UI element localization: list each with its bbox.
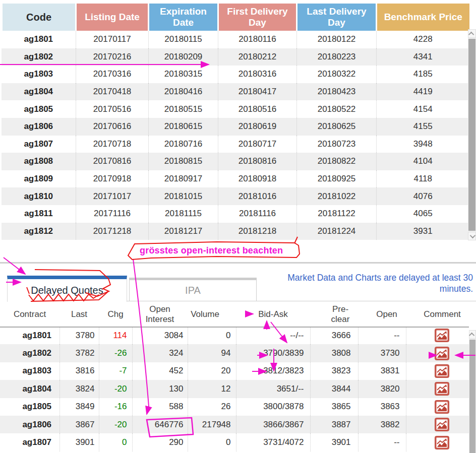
contract-data-cell: 20170516 bbox=[76, 100, 149, 118]
scroll-down-button[interactable] bbox=[468, 232, 476, 240]
box-around-note bbox=[128, 242, 300, 260]
comment-chart-icon[interactable] bbox=[435, 329, 449, 342]
arrow-diagonal-to-tab bbox=[4, 257, 25, 274]
quote-cell-chg: -20 bbox=[99, 416, 132, 433]
contract-data-cell: 20181015 bbox=[149, 187, 218, 205]
contract-code-cell: ag1808 bbox=[2, 153, 76, 170]
contract-row: ag18112017111620181115201811162018112240… bbox=[2, 205, 469, 223]
contract-data-cell: 20180316 bbox=[218, 66, 297, 83]
contract-data-cell: 20180716 bbox=[149, 136, 218, 153]
quote-cell-chg: 0 bbox=[99, 433, 132, 451]
contract-data-cell: 20180115 bbox=[149, 31, 218, 48]
contract-data-cell: 20181022 bbox=[297, 187, 377, 205]
contract-code-cell: ag1801 bbox=[2, 31, 76, 48]
comment-chart-icon[interactable] bbox=[435, 436, 449, 449]
quote-cell-pre-clear: 3808 bbox=[310, 344, 358, 362]
contract-data-cell: 20180122 bbox=[297, 31, 377, 48]
contract-data-cell: 4118 bbox=[377, 170, 469, 188]
contract-data-cell: 3931 bbox=[377, 223, 469, 240]
scrollbar-thumb[interactable] bbox=[469, 340, 475, 453]
tab-ipa[interactable]: IPA bbox=[129, 278, 257, 301]
col-header-contract: Contract bbox=[0, 302, 60, 327]
contract-data-cell: 20180417 bbox=[218, 83, 297, 101]
quote-row: ag18033816-7452203812/382338233831 bbox=[0, 362, 469, 380]
quotes-header-underline bbox=[0, 327, 469, 328]
quote-cell-open-interest: 646776 bbox=[132, 416, 188, 433]
quote-cell-contract: ag1806 bbox=[0, 416, 60, 433]
contract-data-cell: 20180416 bbox=[149, 83, 218, 101]
quote-cell-pre-clear: 3666 bbox=[310, 327, 358, 344]
contract-data-cell: 20181016 bbox=[218, 187, 297, 205]
quote-cell-last: 3867 bbox=[60, 416, 99, 433]
tabstrip-bottom-border bbox=[127, 301, 476, 301]
contract-data-cell: 20180723 bbox=[297, 136, 377, 153]
quote-cell-last: 3782 bbox=[60, 344, 99, 362]
quotes-table-scrollbar[interactable] bbox=[469, 330, 476, 453]
quote-cell-pre-clear: 3901 bbox=[310, 433, 358, 451]
contract-data-cell: 20180315 bbox=[149, 66, 218, 83]
contract-data-cell: 3948 bbox=[377, 136, 469, 153]
contract-data-cell: 20180815 bbox=[149, 153, 218, 170]
contract-data-cell: 20171017 bbox=[76, 187, 149, 205]
quote-cell-open: 3820 bbox=[358, 380, 406, 398]
quote-cell-pre-clear: 3887 bbox=[310, 416, 358, 433]
quote-cell-contract: ag1805 bbox=[0, 398, 60, 416]
quote-cell-pre-clear: 3844 bbox=[310, 380, 358, 398]
contract-data-cell: 20180925 bbox=[297, 170, 377, 188]
contract-row: ag18072017071820180716201807172018072339… bbox=[2, 136, 469, 153]
note-text: grösstes open-interest beachten bbox=[140, 245, 283, 256]
comment-chart-icon[interactable] bbox=[435, 418, 449, 431]
quote-cell-open-interest: 588 bbox=[132, 398, 188, 416]
contract-code-cell: ag1811 bbox=[2, 205, 76, 223]
contract-data-cell: 20181224 bbox=[297, 223, 377, 240]
contract-data-cell: 20181116 bbox=[218, 205, 297, 223]
contract-data-cell: 4341 bbox=[377, 48, 469, 66]
delay-notice-line2: minutes. bbox=[272, 284, 473, 295]
comment-chart-icon[interactable] bbox=[435, 400, 449, 414]
quote-cell-volume: 20 bbox=[188, 362, 236, 380]
col-header-last: Last bbox=[60, 302, 99, 327]
contract-data-cell: 4185 bbox=[377, 66, 469, 83]
quote-cell-volume: 217948 bbox=[188, 416, 236, 433]
quote-cell-contract: ag1801 bbox=[0, 327, 60, 344]
quote-cell-last: 3824 bbox=[60, 380, 99, 398]
quote-cell-last: 3816 bbox=[60, 362, 99, 380]
quote-cell-comment bbox=[406, 344, 469, 362]
contract-row: ag18062017061620180615201806192018062541… bbox=[2, 118, 469, 136]
quotes-header-row: Contract Last Chg Open Interest Volume B… bbox=[0, 302, 469, 327]
quote-cell-comment bbox=[406, 327, 469, 344]
contract-row: ag18102017101720181015201810162018102240… bbox=[2, 187, 469, 205]
contract-code-cell: ag1806 bbox=[2, 118, 76, 136]
scroll-up-button[interactable] bbox=[469, 330, 476, 339]
quote-cell-pre-clear: 3865 bbox=[310, 398, 358, 416]
comment-chart-icon[interactable] bbox=[435, 382, 449, 396]
quote-cell-chg: -20 bbox=[99, 380, 132, 398]
comment-chart-icon[interactable] bbox=[435, 364, 449, 378]
scroll-up-button[interactable] bbox=[468, 29, 476, 38]
contract-col-header: Benchmark Price bbox=[377, 4, 469, 31]
contract-table-header-row: CodeListing DateExpiration DateFirst Del… bbox=[2, 4, 469, 31]
comment-chart-icon[interactable] bbox=[435, 347, 449, 360]
quote-cell-bid-ask: 3812/3823 bbox=[236, 362, 310, 380]
quote-cell-bid-ask: 3800/3878 bbox=[236, 398, 310, 416]
contract-spec-table: CodeListing DateExpiration DateFirst Del… bbox=[0, 4, 469, 240]
quote-cell-last: 3780 bbox=[60, 327, 99, 344]
quote-row: ag18053849-16588263800/387838653863 bbox=[0, 398, 469, 416]
col-header-volume: Volume bbox=[188, 302, 236, 327]
scrollbar-thumb[interactable] bbox=[468, 39, 475, 231]
contract-data-cell: 4065 bbox=[377, 205, 469, 223]
contract-row: ag18022017021620180209201802122018022343… bbox=[2, 48, 469, 66]
contract-data-cell: 20170216 bbox=[76, 48, 149, 66]
tab-delayed-quotes[interactable]: Delayed Quotes bbox=[7, 276, 127, 302]
top-table-scrollbar[interactable] bbox=[468, 29, 476, 240]
contract-data-cell: 20180917 bbox=[149, 170, 218, 188]
contract-code-cell: ag1802 bbox=[2, 48, 76, 66]
section-divider bbox=[0, 262, 476, 264]
quote-cell-open: -- bbox=[358, 433, 406, 451]
contract-row: ag18092017091820180917201809182018092541… bbox=[2, 170, 469, 188]
contract-code-cell: ag1807 bbox=[2, 136, 76, 153]
contract-row: ag18042017041820180416201804172018042344… bbox=[2, 83, 469, 101]
quote-cell-bid-ask: 3731/4072 bbox=[236, 433, 310, 451]
contract-data-cell: 20170816 bbox=[76, 153, 149, 170]
contract-code-cell: ag1804 bbox=[2, 83, 76, 101]
